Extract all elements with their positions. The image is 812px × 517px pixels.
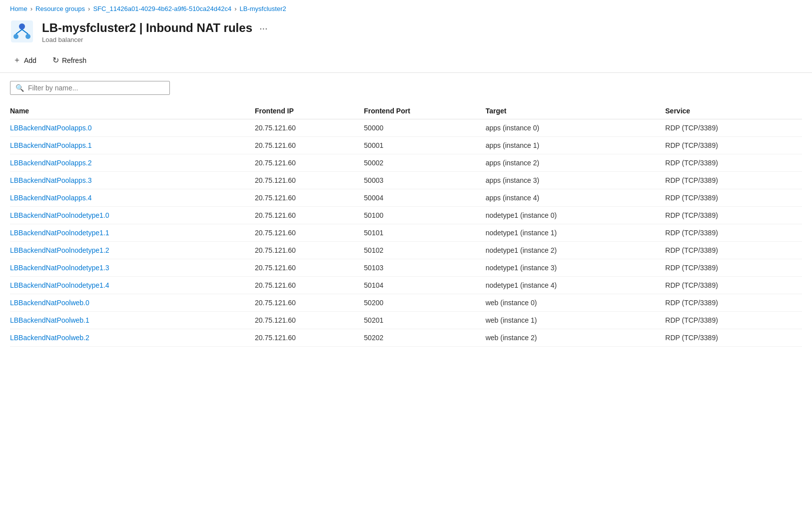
- nat-rule-link[interactable]: LBBackendNatPoolweb.0: [10, 299, 89, 307]
- breadcrumb-home[interactable]: Home: [10, 5, 27, 12]
- cell-target: web (instance 2): [486, 329, 666, 347]
- nat-rule-link[interactable]: LBBackendNatPoolapps.2: [10, 159, 91, 167]
- cell-frontend-ip: 20.75.121.60: [255, 329, 364, 347]
- cell-service: RDP (TCP/3389): [665, 312, 802, 329]
- toolbar: ＋ Add ↻ Refresh: [0, 47, 812, 73]
- cell-frontend-ip: 20.75.121.60: [255, 242, 364, 259]
- cell-name: LBBackendNatPoolapps.2: [10, 154, 255, 172]
- add-button[interactable]: ＋ Add: [10, 53, 39, 67]
- cell-name: LBBackendNatPoolnodetype1.1: [10, 224, 255, 242]
- header-text-block: LB-mysfcluster2 | Inbound NAT rules ··· …: [42, 21, 270, 43]
- cell-name: LBBackendNatPoolnodetype1.0: [10, 207, 255, 224]
- breadcrumb-sep-2: ›: [88, 5, 90, 12]
- table-row: LBBackendNatPoolweb.120.75.121.6050201we…: [10, 312, 802, 329]
- cell-frontend-port: 50002: [364, 154, 485, 172]
- breadcrumb-sep-1: ›: [30, 5, 32, 12]
- col-header-frontend-port: Frontend Port: [364, 103, 485, 119]
- nat-rule-link[interactable]: LBBackendNatPoolweb.1: [10, 316, 89, 324]
- cell-frontend-port: 50102: [364, 242, 485, 259]
- cell-frontend-ip: 20.75.121.60: [255, 119, 364, 137]
- table-row: LBBackendNatPoolapps.120.75.121.6050001a…: [10, 137, 802, 154]
- cell-service: RDP (TCP/3389): [665, 242, 802, 259]
- cell-frontend-ip: 20.75.121.60: [255, 189, 364, 207]
- search-icon: 🔍: [15, 84, 24, 92]
- filter-container: 🔍: [10, 81, 170, 95]
- cell-target: apps (instance 4): [486, 189, 666, 207]
- cell-frontend-ip: 20.75.121.60: [255, 294, 364, 312]
- cell-target: nodetype1 (instance 2): [486, 242, 666, 259]
- breadcrumb-sfc[interactable]: SFC_11426a01-4029-4b62-a9f6-510ca24d42c4: [93, 5, 231, 12]
- nat-rule-link[interactable]: LBBackendNatPoolapps.4: [10, 194, 91, 202]
- cell-name: LBBackendNatPoolapps.3: [10, 172, 255, 189]
- cell-service: RDP (TCP/3389): [665, 119, 802, 137]
- cell-name: LBBackendNatPoolapps.1: [10, 137, 255, 154]
- table-row: LBBackendNatPoolnodetype1.020.75.121.605…: [10, 207, 802, 224]
- cell-frontend-port: 50104: [364, 277, 485, 294]
- col-header-target: Target: [486, 103, 666, 119]
- nat-rule-link[interactable]: LBBackendNatPoolapps.3: [10, 176, 91, 184]
- cell-frontend-ip: 20.75.121.60: [255, 224, 364, 242]
- cell-frontend-ip: 20.75.121.60: [255, 277, 364, 294]
- cell-frontend-port: 50100: [364, 207, 485, 224]
- cell-service: RDP (TCP/3389): [665, 277, 802, 294]
- breadcrumb-sep-3: ›: [234, 5, 236, 12]
- cell-target: web (instance 1): [486, 312, 666, 329]
- cell-frontend-ip: 20.75.121.60: [255, 312, 364, 329]
- col-header-name: Name: [10, 103, 255, 119]
- cell-service: RDP (TCP/3389): [665, 207, 802, 224]
- cell-frontend-ip: 20.75.121.60: [255, 207, 364, 224]
- breadcrumb-resource-groups[interactable]: Resource groups: [35, 5, 85, 12]
- nat-rule-link[interactable]: LBBackendNatPoolnodetype1.4: [10, 281, 109, 289]
- page-title-text: LB-mysfcluster2 | Inbound NAT rules: [42, 21, 252, 35]
- refresh-icon: ↻: [52, 55, 59, 65]
- cell-frontend-port: 50001: [364, 137, 485, 154]
- breadcrumb: Home › Resource groups › SFC_11426a01-40…: [0, 0, 812, 15]
- table-row: LBBackendNatPoolnodetype1.420.75.121.605…: [10, 277, 802, 294]
- cell-service: RDP (TCP/3389): [665, 137, 802, 154]
- cell-frontend-ip: 20.75.121.60: [255, 259, 364, 277]
- cell-name: LBBackendNatPoolapps.4: [10, 189, 255, 207]
- cell-target: apps (instance 0): [486, 119, 666, 137]
- filter-input[interactable]: [28, 84, 164, 92]
- nat-rule-link[interactable]: LBBackendNatPoolnodetype1.1: [10, 229, 109, 237]
- table-row: LBBackendNatPoolapps.020.75.121.6050000a…: [10, 119, 802, 137]
- nat-rule-link[interactable]: LBBackendNatPoolweb.2: [10, 334, 89, 342]
- cell-target: nodetype1 (instance 4): [486, 277, 666, 294]
- breadcrumb-current: LB-mysfcluster2: [240, 5, 286, 12]
- cell-name: LBBackendNatPoolnodetype1.4: [10, 277, 255, 294]
- refresh-button[interactable]: ↻ Refresh: [49, 53, 89, 67]
- add-label: Add: [24, 56, 36, 64]
- cell-service: RDP (TCP/3389): [665, 224, 802, 242]
- cell-target: apps (instance 2): [486, 154, 666, 172]
- plus-icon: ＋: [13, 55, 21, 65]
- cell-frontend-port: 50101: [364, 224, 485, 242]
- nat-rule-link[interactable]: LBBackendNatPoolnodetype1.2: [10, 246, 109, 254]
- cell-frontend-port: 50200: [364, 294, 485, 312]
- cell-target: apps (instance 3): [486, 172, 666, 189]
- nat-rules-table: Name Frontend IP Frontend Port Target Se…: [10, 103, 802, 347]
- cell-frontend-ip: 20.75.121.60: [255, 172, 364, 189]
- table-row: LBBackendNatPoolnodetype1.320.75.121.605…: [10, 259, 802, 277]
- nat-rule-link[interactable]: LBBackendNatPoolnodetype1.0: [10, 211, 109, 219]
- cell-name: LBBackendNatPoolweb.1: [10, 312, 255, 329]
- page-title: LB-mysfcluster2 | Inbound NAT rules ···: [42, 21, 270, 35]
- cell-frontend-ip: 20.75.121.60: [255, 154, 364, 172]
- ellipsis-menu-button[interactable]: ···: [257, 23, 270, 33]
- cell-service: RDP (TCP/3389): [665, 259, 802, 277]
- nat-rule-link[interactable]: LBBackendNatPoolapps.0: [10, 124, 91, 132]
- cell-target: nodetype1 (instance 0): [486, 207, 666, 224]
- cell-service: RDP (TCP/3389): [665, 294, 802, 312]
- cell-frontend-port: 50003: [364, 172, 485, 189]
- cell-target: nodetype1 (instance 1): [486, 224, 666, 242]
- nat-rule-link[interactable]: LBBackendNatPoolapps.1: [10, 141, 91, 149]
- cell-frontend-port: 50000: [364, 119, 485, 137]
- resource-icon: [10, 19, 34, 45]
- cell-frontend-port: 50202: [364, 329, 485, 347]
- table-header-row: Name Frontend IP Frontend Port Target Se…: [10, 103, 802, 119]
- cell-service: RDP (TCP/3389): [665, 329, 802, 347]
- nat-rule-link[interactable]: LBBackendNatPoolnodetype1.3: [10, 264, 109, 272]
- cell-frontend-port: 50103: [364, 259, 485, 277]
- cell-service: RDP (TCP/3389): [665, 189, 802, 207]
- table-row: LBBackendNatPoolapps.320.75.121.6050003a…: [10, 172, 802, 189]
- cell-target: web (instance 0): [486, 294, 666, 312]
